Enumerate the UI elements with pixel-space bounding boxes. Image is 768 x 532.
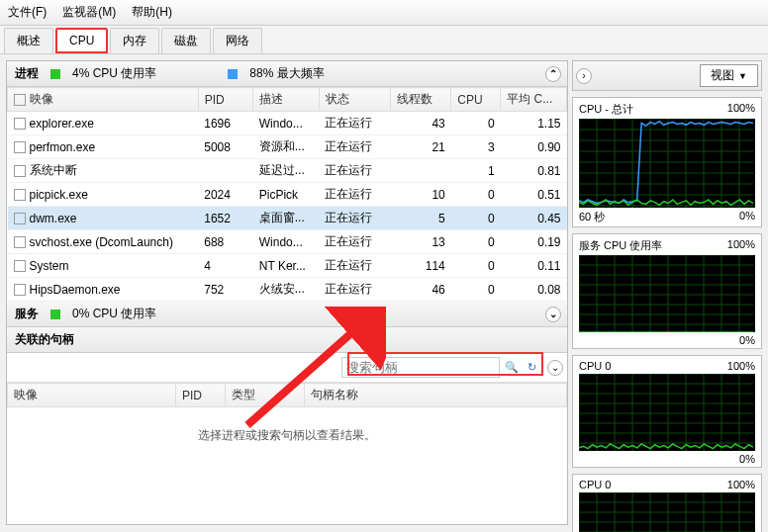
menu-help[interactable]: 帮助(H) xyxy=(132,4,172,21)
handles-empty-msg: 选择进程或搜索句柄以查看结果。 xyxy=(7,407,567,464)
hcol-pid[interactable]: PID xyxy=(176,384,226,407)
graph-2: CPU 0100% 0% xyxy=(572,355,762,468)
table-row[interactable]: perfmon.exe5008资源和...正在运行2130.90 xyxy=(8,135,567,159)
svc-cpu-icon xyxy=(50,310,60,319)
menu-file[interactable]: 文件(F) xyxy=(8,4,47,21)
table-row[interactable]: HipsDaemon.exe752火绒安...正在运行4600.08 xyxy=(8,278,567,302)
search-input[interactable] xyxy=(341,357,500,378)
services-header[interactable]: 服务 0% CPU 使用率 ⌄ xyxy=(7,302,567,327)
col-image[interactable]: 映像 xyxy=(8,88,199,112)
col-pid[interactable]: PID xyxy=(198,88,253,112)
col-desc[interactable]: 描述 xyxy=(253,88,320,112)
tab-cpu[interactable]: CPU xyxy=(55,28,108,53)
graph-3: CPU 0100% xyxy=(572,474,762,532)
table-row[interactable]: System4NT Ker...正在运行11400.11 xyxy=(8,254,567,278)
search-icon[interactable]: 🔍 xyxy=(504,360,520,376)
refresh-icon[interactable]: ↻ xyxy=(524,360,539,376)
svc-cpu-label: 0% CPU 使用率 xyxy=(72,306,156,322)
hcol-image[interactable]: 映像 xyxy=(8,384,176,407)
right-toolbar: › 视图 ▼ xyxy=(572,60,762,91)
services-title: 服务 xyxy=(15,306,39,322)
graph-1: 服务 CPU 使用率100% 0% xyxy=(572,233,762,349)
tabbar: 概述 CPU 内存 磁盘 网络 xyxy=(0,26,768,54)
view-button[interactable]: 视图 ▼ xyxy=(700,64,758,87)
cpu-usage-label: 4% CPU 使用率 xyxy=(72,65,156,82)
freq-label: 88% 最大频率 xyxy=(249,65,324,82)
collapse-icon[interactable]: ⌃ xyxy=(545,66,561,82)
graph-0: CPU - 总计100% 60 秒0% xyxy=(572,97,762,227)
hcol-type[interactable]: 类型 xyxy=(226,384,305,407)
table-row[interactable]: explorer.exe1696Windo...正在运行4301.15 xyxy=(8,112,567,135)
cpu-usage-icon xyxy=(50,69,60,79)
table-row[interactable]: dwm.exe1652桌面窗...正在运行500.45 xyxy=(8,207,567,230)
dropdown-icon: ▼ xyxy=(738,71,747,81)
handles-header[interactable]: 关联的句柄 xyxy=(7,327,567,353)
collapse-icon[interactable]: ⌄ xyxy=(545,307,561,322)
col-threads[interactable]: 线程数 xyxy=(391,88,451,112)
table-row[interactable]: 系统中断延迟过...正在运行10.81 xyxy=(8,159,567,183)
collapse-icon[interactable]: ⌄ xyxy=(547,360,563,376)
hcol-name[interactable]: 句柄名称 xyxy=(305,384,567,407)
menu-monitor[interactable]: 监视器(M) xyxy=(62,4,116,21)
col-cpu[interactable]: CPU xyxy=(451,88,501,112)
menubar: 文件(F) 监视器(M) 帮助(H) xyxy=(0,0,768,26)
processes-header[interactable]: 进程 4% CPU 使用率 88% 最大频率 ⌃ xyxy=(7,61,567,87)
table-row[interactable]: picpick.exe2024PicPick正在运行1000.51 xyxy=(8,183,567,207)
tab-overview[interactable]: 概述 xyxy=(4,28,53,53)
table-row[interactable]: svchost.exe (DcomLaunch)688Windo...正在运行1… xyxy=(8,230,567,254)
tab-network[interactable]: 网络 xyxy=(213,28,262,53)
handles-table: 映像 PID 类型 句柄名称 xyxy=(7,383,567,407)
collapse-icon[interactable]: › xyxy=(576,68,592,84)
freq-icon xyxy=(228,69,238,79)
processes-table: 映像 PID 描述 状态 线程数 CPU 平均 C... explorer.ex… xyxy=(7,87,567,302)
col-avg[interactable]: 平均 C... xyxy=(501,88,567,112)
tab-disk[interactable]: 磁盘 xyxy=(161,28,211,53)
tab-memory[interactable]: 内存 xyxy=(110,28,159,53)
col-status[interactable]: 状态 xyxy=(319,88,390,112)
handles-title: 关联的句柄 xyxy=(15,331,74,348)
processes-title: 进程 xyxy=(15,65,39,82)
